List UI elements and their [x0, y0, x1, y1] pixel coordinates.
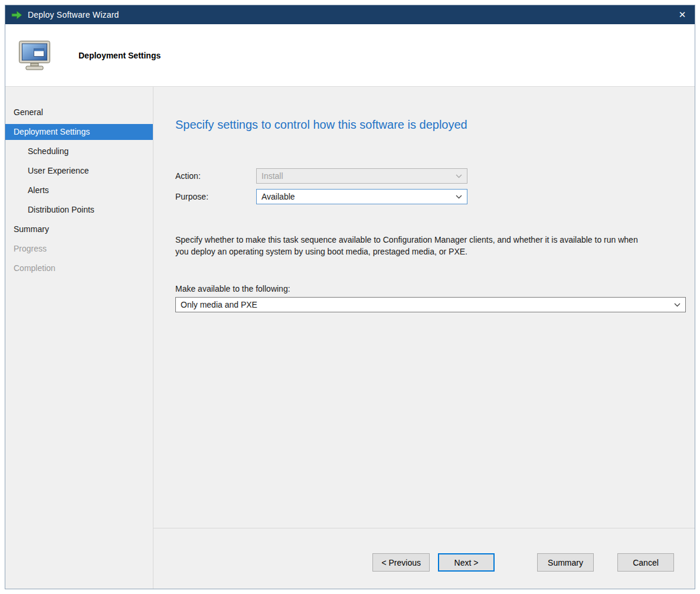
chevron-down-icon	[456, 174, 462, 178]
wizard-header: Deployment Settings	[5, 24, 695, 87]
chevron-down-icon	[456, 195, 462, 199]
computer-monitor-icon	[18, 40, 53, 71]
nav-item-user-experience[interactable]: User Experience	[5, 163, 153, 179]
green-arrow-icon	[11, 11, 22, 19]
nav-item-deployment-settings[interactable]: Deployment Settings	[5, 124, 153, 140]
page-title: Deployment Settings	[78, 51, 161, 60]
footer-bar: < Previous Next > Summary Cancel	[153, 528, 695, 589]
nav-item-alerts[interactable]: Alerts	[5, 182, 153, 198]
nav-item-scheduling[interactable]: Scheduling	[5, 143, 153, 159]
action-row: Action: Install	[175, 168, 686, 184]
next-button[interactable]: Next >	[438, 553, 495, 572]
nav-item-progress: Progress	[5, 241, 153, 257]
nav-item-summary[interactable]: Summary	[5, 221, 153, 237]
nav-item-completion: Completion	[5, 260, 153, 276]
content-panel: Specify settings to control how this sof…	[153, 87, 695, 589]
wizard-steps-nav: General Deployment Settings Scheduling U…	[5, 87, 153, 589]
action-select: Install	[256, 168, 467, 184]
deploy-software-wizard-window: Deploy Software Wizard ✕ Deployment Se	[5, 5, 695, 589]
previous-button[interactable]: < Previous	[372, 553, 430, 572]
purpose-label: Purpose:	[175, 192, 256, 201]
titlebar[interactable]: Deploy Software Wizard ✕	[5, 5, 695, 24]
content-heading: Specify settings to control how this sof…	[175, 118, 686, 132]
description-text: Specify whether to make this task sequen…	[175, 234, 647, 258]
make-available-value: Only media and PXE	[181, 300, 257, 309]
make-available-select[interactable]: Only media and PXE	[175, 297, 686, 312]
cancel-button[interactable]: Cancel	[617, 553, 674, 572]
action-label: Action:	[175, 171, 256, 181]
close-icon[interactable]: ✕	[670, 5, 695, 24]
chevron-down-icon	[674, 303, 681, 307]
purpose-row: Purpose: Available	[175, 189, 686, 204]
content-main: Specify settings to control how this sof…	[153, 87, 695, 528]
window-title: Deploy Software Wizard	[28, 10, 670, 19]
action-value: Install	[261, 171, 283, 181]
summary-button[interactable]: Summary	[537, 553, 594, 572]
make-available-label: Make available to the following:	[175, 284, 686, 293]
purpose-select[interactable]: Available	[256, 189, 467, 204]
wizard-body: General Deployment Settings Scheduling U…	[5, 87, 695, 589]
nav-item-distribution-points[interactable]: Distribution Points	[5, 202, 153, 218]
purpose-value: Available	[261, 192, 295, 201]
nav-item-general[interactable]: General	[5, 105, 153, 120]
